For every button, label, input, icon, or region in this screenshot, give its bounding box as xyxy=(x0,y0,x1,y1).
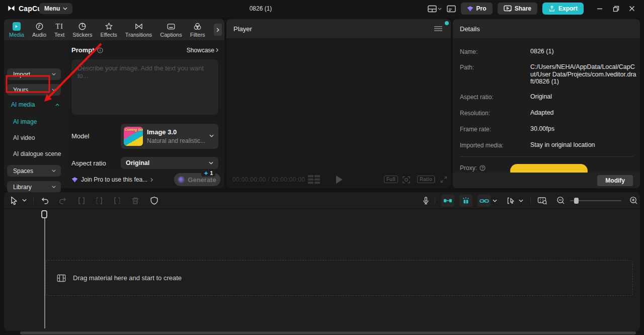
tab-filters[interactable]: Filters xyxy=(186,19,209,40)
details-title: Details xyxy=(460,25,480,33)
tab-captions[interactable]: Captions xyxy=(156,19,186,40)
playhead-line[interactable] xyxy=(44,211,45,328)
player-menu-button[interactable] xyxy=(434,26,443,32)
restore-button[interactable] xyxy=(609,2,623,16)
zoom-fit-button[interactable] xyxy=(402,176,411,184)
media-library-panel: Media Audio TI Text Stickers xyxy=(4,19,224,188)
edge-select-dropdown[interactable] xyxy=(519,199,523,202)
undo-button[interactable] xyxy=(40,196,49,205)
current-time: 00:00:00:00 xyxy=(232,176,266,183)
menu-label: Menu xyxy=(44,5,60,12)
total-time: 00:00:00:00 xyxy=(272,176,305,183)
sidebar-item-yours[interactable]: Yours xyxy=(7,84,61,96)
details-footer: Modify xyxy=(453,173,640,188)
layout-switcher-button[interactable] xyxy=(428,5,442,13)
pro-banner-text[interactable]: Join Pro to use this fea... xyxy=(81,176,147,183)
split-button[interactable] xyxy=(77,196,86,205)
tabs-expand-button[interactable] xyxy=(214,24,222,36)
redo-button[interactable] xyxy=(58,196,67,205)
tab-audio[interactable]: Audio xyxy=(28,19,50,40)
auto-split-toggle[interactable] xyxy=(459,195,472,207)
play-button[interactable] xyxy=(336,176,343,184)
tab-text[interactable]: TI Text xyxy=(50,19,68,40)
pro-gem-icon xyxy=(71,177,78,183)
export-button[interactable]: Export xyxy=(542,3,584,15)
export-label: Export xyxy=(558,5,578,12)
prompt-input[interactable] xyxy=(71,59,218,115)
link-icon xyxy=(479,198,489,204)
playhead-handle[interactable] xyxy=(41,210,47,218)
zoom-out-button[interactable] xyxy=(556,196,565,205)
link-clips-dropdown[interactable] xyxy=(493,199,497,202)
share-button[interactable]: Share xyxy=(498,3,537,15)
detail-value: Adapted xyxy=(530,109,637,117)
link-clips-toggle[interactable] xyxy=(477,195,491,207)
chevron-down-icon xyxy=(519,199,523,202)
model-description: Natural and realistic... xyxy=(147,137,205,144)
tab-effects[interactable]: Effects xyxy=(96,19,121,40)
magnetic-snap-toggle[interactable] xyxy=(441,195,454,207)
help-icon[interactable] xyxy=(479,165,486,171)
import-label: Import xyxy=(13,71,30,78)
tab-transitions[interactable]: Transitions xyxy=(121,19,156,40)
ratio-button[interactable]: Ratio xyxy=(417,176,435,183)
share-icon xyxy=(504,5,512,12)
edge-select-tool[interactable] xyxy=(506,196,515,205)
generate-button[interactable]: Generate 1 xyxy=(174,173,220,186)
select-tool-button[interactable] xyxy=(10,196,18,205)
delete-button[interactable] xyxy=(131,196,140,205)
detail-value: 30.00fps xyxy=(530,125,637,133)
close-button[interactable] xyxy=(625,2,639,16)
mask-button[interactable] xyxy=(150,196,158,205)
spaces-label: Spaces xyxy=(13,168,33,175)
select-tool-dropdown[interactable] xyxy=(22,199,27,202)
zoom-in-button[interactable] xyxy=(629,196,638,205)
aspect-ratio-select[interactable]: Original xyxy=(121,157,218,169)
details-panel: Details Name: 0826 (1) Path: C:/Users/NE… xyxy=(453,19,640,188)
chevron-down-icon xyxy=(493,199,497,202)
tab-stickers[interactable]: Stickers xyxy=(68,19,96,40)
divider xyxy=(460,156,633,157)
credit-sparkle-icon xyxy=(204,171,208,176)
model-name: Image 3.0 xyxy=(147,128,177,136)
timeline-zoom-slider-handle[interactable] xyxy=(574,198,579,204)
captions-icon xyxy=(167,22,176,31)
split-burst-icon xyxy=(461,197,470,205)
minimize-button[interactable] xyxy=(593,2,607,16)
proxy-row: Proxy: xyxy=(460,164,486,172)
sidebar-item-library[interactable]: Library xyxy=(7,181,61,193)
delete-right-button[interactable] xyxy=(113,196,122,205)
modify-label: Modify xyxy=(605,177,625,184)
detail-label: Path: xyxy=(460,64,474,71)
fullscreen-button[interactable] xyxy=(440,176,448,184)
timeline-dropzone[interactable]: Drag material here and start to create xyxy=(45,260,633,296)
modify-button[interactable]: Modify xyxy=(597,175,633,186)
ai-image-generator: Prompt Showcase Model Coming Soon! Image… xyxy=(65,40,224,188)
frame-view-icon[interactable] xyxy=(308,175,321,184)
sidebar-item-import[interactable]: Import xyxy=(7,68,61,80)
menu-button[interactable]: Menu xyxy=(39,3,72,14)
sidebar-item-ai-image[interactable]: AI image xyxy=(13,118,37,125)
panel-settings-button[interactable] xyxy=(447,5,456,13)
showcase-link[interactable]: Showcase xyxy=(187,47,218,54)
full-preview-button[interactable]: Full xyxy=(384,176,398,183)
pro-button[interactable]: Pro xyxy=(461,3,493,15)
detail-label: Imported media: xyxy=(460,142,504,149)
info-icon[interactable] xyxy=(97,47,103,53)
timeline-scrollbar[interactable] xyxy=(20,331,636,334)
record-voiceover-button[interactable] xyxy=(422,196,430,205)
yours-label: Yours xyxy=(13,87,28,94)
preview-zoom-button[interactable] xyxy=(537,196,547,205)
share-label: Share xyxy=(515,5,531,12)
pro-gem-icon xyxy=(467,6,473,12)
sidebar-item-ai-dialogue-scene[interactable]: AI dialogue scene xyxy=(13,150,61,157)
player-panel: Player 00:00:00:00 / 00:00:00:00 Full Ra… xyxy=(226,19,451,188)
sidebar-item-ai-video[interactable]: AI video xyxy=(13,134,35,141)
tab-media[interactable]: Media xyxy=(5,19,28,40)
chevron-down-icon xyxy=(438,8,442,10)
delete-left-button[interactable] xyxy=(95,196,104,205)
chevron-right-icon[interactable] xyxy=(150,178,153,182)
model-select[interactable]: Coming Soon! Image 3.0 Natural and reali… xyxy=(121,124,218,149)
sidebar-item-spaces[interactable]: Spaces xyxy=(7,165,61,177)
sidebar-item-ai-media[interactable]: AI media xyxy=(11,101,59,108)
